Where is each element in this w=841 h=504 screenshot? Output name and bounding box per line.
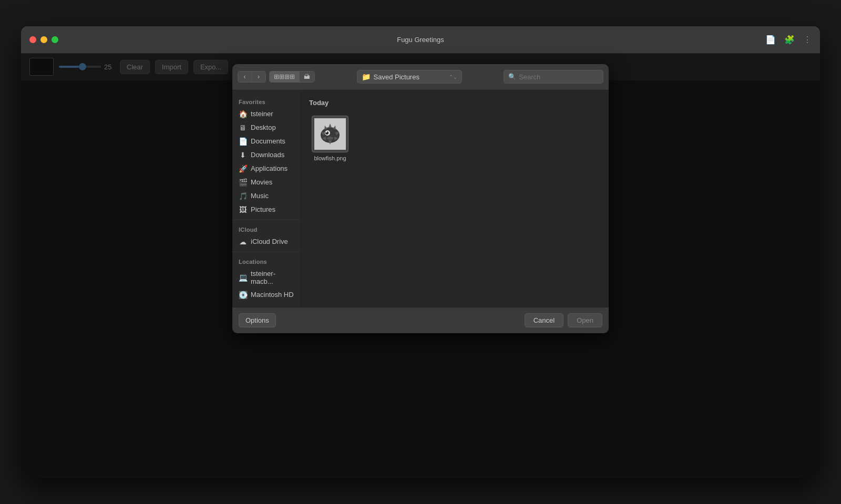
nav-button-group: ‹ ›: [238, 71, 266, 83]
cancel-button[interactable]: Cancel: [525, 313, 563, 327]
icloud-icon: ☁: [239, 238, 247, 246]
folder-icon: 📁: [362, 73, 371, 81]
blowfish-image: [314, 118, 346, 150]
mac-window: Fugu Greetings 📄 🧩 ⋮ 25 Clear Import Exp…: [21, 26, 820, 478]
sidebar-item-macbook[interactable]: 💻 tsteiner-macb...: [232, 267, 300, 288]
list-view-button[interactable]: 🏔: [300, 71, 314, 82]
applications-icon: 🚀: [239, 164, 247, 173]
file-grid: blowfish.png: [309, 113, 600, 164]
dropdown-arrow-icon: ⌃⌄: [449, 74, 457, 80]
sidebar-item-label: Documents: [251, 137, 285, 145]
sidebar-item-label: tsteiner-macb...: [251, 270, 294, 285]
sidebar-item-label: Desktop: [251, 124, 276, 131]
close-button[interactable]: [29, 36, 36, 43]
sidebar-item-movies[interactable]: 🎬 Movies: [232, 176, 300, 189]
favorites-label: Favorites: [232, 96, 300, 107]
file-dialog-backdrop: ‹ › ⊞⊞⊞⊞ 🏔 📁 Saved Pictures: [21, 54, 820, 478]
view-toggle: ⊞⊞⊞⊞ 🏔: [269, 71, 315, 83]
sidebar-separator-1: [232, 220, 300, 220]
options-button[interactable]: Options: [239, 313, 276, 327]
folder-dropdown[interactable]: 📁 Saved Pictures ⌃⌄: [357, 70, 462, 84]
sidebar-item-downloads[interactable]: ⬇ Downloads: [232, 148, 300, 162]
search-input[interactable]: [519, 73, 599, 81]
pictures-icon: 🖼: [239, 205, 247, 214]
sidebar-item-music[interactable]: 🎵 Music: [232, 189, 300, 203]
dialog-footer: Options Cancel Open: [232, 307, 609, 333]
laptop-icon: 💻: [239, 273, 247, 282]
main-area: 25 Clear Import Expo... ‹: [21, 54, 820, 478]
search-icon: 🔍: [508, 73, 516, 80]
title-bar-actions: 📄 🧩 ⋮: [765, 35, 812, 45]
sidebar-item-icloud-drive[interactable]: ☁ iCloud Drive: [232, 235, 300, 249]
sidebar-item-macintosh-hd[interactable]: 💽 Macintosh HD: [232, 288, 300, 302]
file-browser: Today: [301, 90, 609, 307]
sidebar-item-label: Pictures: [251, 205, 275, 213]
movies-icon: 🎬: [239, 178, 247, 187]
svg-point-12: [327, 137, 333, 140]
footer-actions: Cancel Open: [525, 313, 602, 327]
desktop-icon: 🖥: [239, 124, 247, 132]
sidebar-separator-2: [232, 252, 300, 252]
sidebar-item-label: iCloud Drive: [251, 238, 288, 245]
file-item-blowfish[interactable]: blowfish.png: [309, 113, 351, 164]
downloads-icon: ⬇: [239, 151, 247, 159]
drive-icon: 💽: [239, 291, 247, 299]
file-thumbnail: [312, 116, 348, 152]
sidebar-item-applications[interactable]: 🚀 Applications: [232, 162, 300, 176]
sidebar-item-label: Music: [251, 192, 269, 200]
music-icon: 🎵: [239, 192, 247, 200]
sidebar-item-pictures[interactable]: 🖼 Pictures: [232, 203, 300, 217]
sidebar: Favorites 🏠 tsteiner 🖥 Desktop 📄: [232, 90, 301, 307]
dialog-body: Favorites 🏠 tsteiner 🖥 Desktop 📄: [232, 90, 609, 307]
sidebar-item-label: Movies: [251, 178, 272, 186]
svg-point-13: [326, 131, 327, 132]
search-bar: 🔍: [504, 70, 603, 84]
sidebar-item-tsteiner[interactable]: 🏠 tsteiner: [232, 107, 300, 121]
puzzle-icon[interactable]: 🧩: [784, 35, 795, 45]
back-button[interactable]: ‹: [238, 71, 252, 82]
sidebar-item-label: tsteiner: [251, 110, 273, 118]
folder-name: Saved Pictures: [374, 73, 419, 81]
locations-label: Locations: [232, 255, 300, 267]
traffic-lights: [29, 36, 58, 43]
dialog-toolbar: ‹ › ⊞⊞⊞⊞ 🏔 📁 Saved Pictures: [232, 64, 609, 90]
grid-view-button[interactable]: ⊞⊞⊞⊞: [270, 71, 300, 82]
sidebar-item-desktop[interactable]: 🖥 Desktop: [232, 121, 300, 135]
maximize-button[interactable]: [52, 36, 58, 43]
home-icon: 🏠: [239, 110, 247, 118]
forward-button[interactable]: ›: [252, 71, 265, 82]
date-section-label: Today: [309, 99, 600, 107]
open-button[interactable]: Open: [568, 313, 602, 327]
minimize-button[interactable]: [40, 36, 47, 43]
file-name: blowfish.png: [314, 155, 346, 161]
icloud-label: iCloud: [232, 223, 300, 235]
sidebar-item-label: Applications: [251, 164, 288, 172]
window-title: Fugu Greetings: [397, 36, 444, 44]
sidebar-item-documents[interactable]: 📄 Documents: [232, 135, 300, 148]
file-dialog: ‹ › ⊞⊞⊞⊞ 🏔 📁 Saved Pictures: [232, 64, 609, 333]
more-options-icon[interactable]: ⋮: [803, 35, 812, 45]
sidebar-item-label: Downloads: [251, 151, 284, 159]
documents-icon: 📄: [239, 137, 247, 146]
document-icon[interactable]: 📄: [765, 35, 776, 45]
canvas-area[interactable]: ‹ › ⊞⊞⊞⊞ 🏔 📁 Saved Pictures: [21, 81, 820, 478]
sidebar-item-label: Macintosh HD: [251, 291, 294, 299]
title-bar: Fugu Greetings 📄 🧩 ⋮: [21, 26, 820, 54]
